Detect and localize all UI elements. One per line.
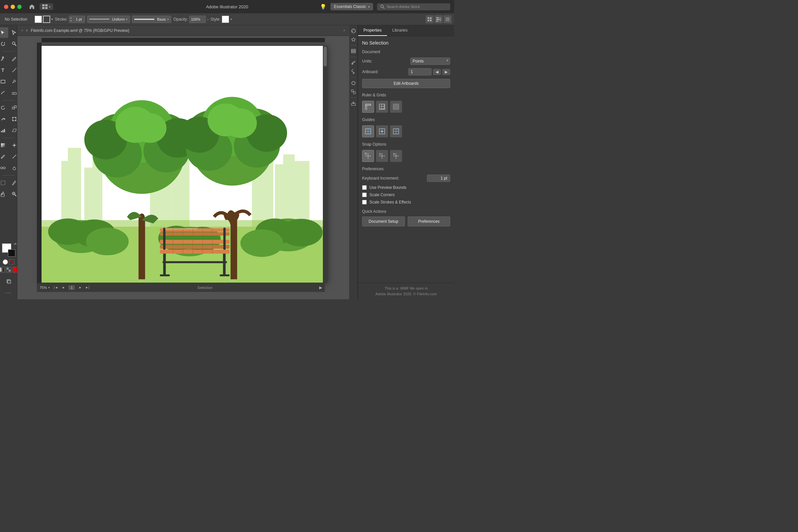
artboard-input[interactable]: 1 <box>408 68 432 75</box>
transform-icon[interactable] <box>350 88 357 95</box>
background-color[interactable] <box>8 249 15 257</box>
swap-icon[interactable]: ⇌ <box>14 242 17 245</box>
scroll-thumb[interactable] <box>324 46 327 66</box>
direct-selection-tool[interactable] <box>9 27 18 38</box>
brushes-icon[interactable] <box>350 59 357 66</box>
gradient-tool[interactable] <box>0 140 8 151</box>
tab-libraries[interactable]: Libraries <box>387 25 413 36</box>
preferences-button[interactable]: Preferences <box>407 216 451 226</box>
pen-tool[interactable] <box>0 54 8 64</box>
home-icon[interactable] <box>27 2 37 12</box>
blend-tool[interactable] <box>0 163 8 173</box>
duplicate-icon[interactable] <box>3 276 14 287</box>
keyboard-increment-input[interactable]: 1 pt <box>427 174 450 182</box>
snap-to-pixel-icon[interactable] <box>390 150 402 162</box>
snap-to-grid-icon[interactable] <box>362 150 374 162</box>
artboard-number[interactable]: 1 <box>69 285 75 290</box>
fullscreen-button[interactable] <box>17 5 22 9</box>
type-tool[interactable]: T <box>0 65 8 75</box>
show-guides-icon[interactable] <box>362 125 374 137</box>
lock-guides-icon[interactable] <box>376 125 388 137</box>
style-swatch[interactable] <box>222 16 229 23</box>
nav-prev[interactable]: ◄ <box>60 285 66 290</box>
stroke-style-dropdown[interactable]: Uniform ▾ <box>87 16 130 23</box>
stroke-input[interactable]: 1 pt <box>73 17 85 21</box>
nav-next-last[interactable]: ►| <box>84 285 91 290</box>
slice-tool[interactable] <box>9 177 18 188</box>
canvas-scrollbar-vertical[interactable] <box>323 46 327 283</box>
gradient-swatch[interactable] <box>0 267 5 273</box>
tab-title[interactable]: FileInfo.com Example.wmf @ 75% (RGB/GPU … <box>31 28 129 33</box>
nav-next[interactable]: ► <box>77 285 83 290</box>
zoom-dropdown-arrow[interactable]: ▾ <box>48 286 50 289</box>
none-swatch[interactable] <box>9 259 14 265</box>
measure-tool[interactable] <box>9 151 18 162</box>
hand-tool[interactable] <box>0 189 8 200</box>
stroke-swatch[interactable] <box>43 16 50 23</box>
more-tools[interactable]: ··· <box>5 289 12 297</box>
layers-icon[interactable] <box>350 48 357 55</box>
tab-properties[interactable]: Properties <box>358 25 387 36</box>
warp-tool[interactable] <box>0 114 8 125</box>
lightbulb-icon[interactable]: 💡 <box>320 4 326 10</box>
selection-tool[interactable] <box>0 27 8 38</box>
stroke-increment[interactable]: ▲ <box>69 16 73 19</box>
units-select[interactable]: Points <box>410 58 450 65</box>
use-preview-bounds-label[interactable]: Use Preview Bounds <box>369 185 406 190</box>
scale-strokes-effects-label[interactable]: Scale Strokes & Effects <box>369 200 411 205</box>
snap-icon[interactable] <box>350 79 357 87</box>
stroke-profile-dropdown[interactable]: Basic ▾ <box>132 16 171 23</box>
scale-tool[interactable] <box>9 102 18 113</box>
snap-to-point-icon[interactable] <box>376 150 388 162</box>
stroke-decrement[interactable]: ▼ <box>69 19 73 22</box>
symbols-icon[interactable] <box>350 68 357 75</box>
line-tool[interactable] <box>9 65 18 75</box>
artboard-prev-button[interactable]: ◀ <box>433 69 441 75</box>
workspace-dropdown[interactable]: Essentials Classic ▾ <box>330 3 373 10</box>
zoom-tool[interactable] <box>9 189 18 200</box>
mesh-tool[interactable] <box>9 140 18 151</box>
opacity-input[interactable]: 100% <box>189 16 206 23</box>
pencil-tool[interactable] <box>9 54 18 64</box>
rotate-tool[interactable] <box>0 102 8 113</box>
align-to-artboard-icon[interactable] <box>425 15 434 23</box>
tab-close-button[interactable]: × <box>26 28 28 33</box>
graph-tool[interactable] <box>0 125 8 136</box>
stroke-spinbox[interactable]: ▲ ▼ 1 pt <box>69 16 85 23</box>
eyedropper-tool[interactable] <box>0 151 8 162</box>
scale-corners-label[interactable]: Scale Corners <box>369 192 395 197</box>
fill-stroke-indicator[interactable]: ⇌ <box>2 243 15 257</box>
eraser-tool[interactable] <box>9 88 18 98</box>
units-select-wrapper[interactable]: Points <box>410 58 450 65</box>
collapse-left-icon[interactable]: « <box>21 28 23 32</box>
none-color[interactable] <box>13 267 18 273</box>
paintbrush-tool[interactable] <box>9 76 18 87</box>
magic-wand-tool[interactable] <box>9 39 18 49</box>
nav-prev-first[interactable]: |◄ <box>53 285 59 290</box>
collapse-right-icon[interactable]: » <box>343 28 345 32</box>
artboard-tool[interactable] <box>0 177 8 188</box>
opacity-arrow[interactable]: › <box>207 17 208 21</box>
minimize-button[interactable] <box>11 5 15 9</box>
fill-stroke-swatches[interactable]: ▾ <box>35 16 53 23</box>
show-pixel-grid-icon[interactable] <box>390 101 402 113</box>
show-rulers-icon[interactable] <box>362 101 374 113</box>
pattern-swatch[interactable] <box>6 267 12 273</box>
close-button[interactable] <box>4 5 8 9</box>
clear-guides-icon[interactable] <box>390 125 402 137</box>
canvas-document[interactable] <box>41 46 327 283</box>
play-button[interactable]: ▶ <box>319 285 322 290</box>
color-picker-icon[interactable] <box>350 27 357 35</box>
appearance-icon[interactable] <box>350 36 357 43</box>
workspace-switcher[interactable]: ▾ <box>40 3 53 10</box>
artboard-next-button[interactable]: ▶ <box>442 69 450 75</box>
fill-swatch[interactable] <box>35 16 42 23</box>
scale-strokes-checkbox[interactable] <box>362 200 367 205</box>
menu-icon[interactable] <box>443 15 452 23</box>
document-setup-button[interactable]: Document Setup <box>362 216 405 226</box>
stroke-spin-buttons[interactable]: ▲ ▼ <box>69 16 73 22</box>
show-grid-icon[interactable] <box>376 101 388 113</box>
lasso-tool[interactable] <box>0 39 8 49</box>
export-icon[interactable] <box>350 100 357 107</box>
white-swatch[interactable] <box>3 259 8 265</box>
